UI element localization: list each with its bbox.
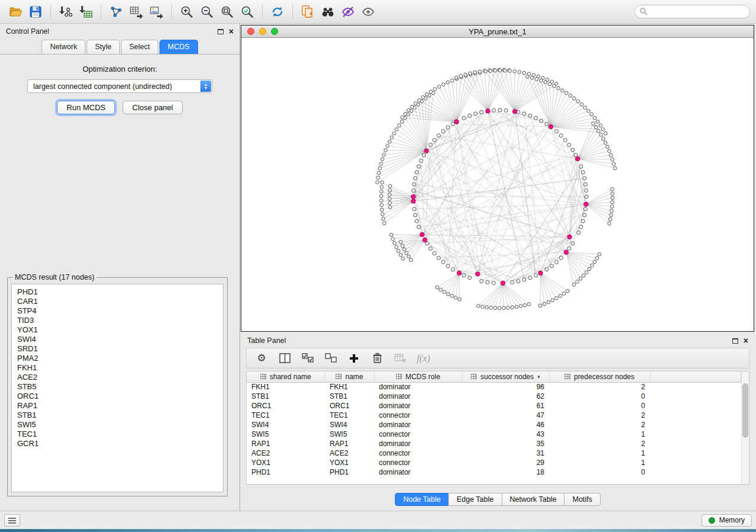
search-binoculars-button[interactable] (318, 2, 337, 21)
table-row[interactable]: PHD1PHD1dominator180 (247, 467, 741, 477)
mcds-result-item[interactable]: SWI4 (17, 335, 218, 344)
close-panel-icon[interactable]: × (744, 338, 748, 344)
table-row[interactable]: RAP1RAP1dominator352 (247, 439, 741, 448)
tab-motifs[interactable]: Motifs (564, 493, 600, 506)
status-menu-button[interactable] (4, 514, 20, 527)
mcds-result-item[interactable]: CAR1 (17, 297, 218, 306)
hide-selected-button[interactable] (339, 2, 358, 21)
new-network-button[interactable] (107, 2, 126, 21)
mcds-result-item[interactable]: SWI5 (17, 420, 218, 430)
mcds-result-item[interactable]: YOX1 (17, 325, 218, 335)
deselect-all-button[interactable] (324, 352, 337, 365)
window-maximize-icon[interactable] (271, 28, 278, 35)
mcds-result-item[interactable]: STP4 (17, 306, 218, 316)
export-image-button[interactable] (147, 2, 166, 21)
network-canvas[interactable] (241, 38, 754, 331)
zoom-out-button[interactable] (197, 2, 216, 21)
mcds-result-item[interactable]: TID3 (17, 316, 218, 325)
table-row[interactable]: SWI5SWI5connector431 (247, 430, 741, 439)
refresh-button[interactable] (268, 2, 287, 21)
mcds-result-item[interactable]: GCR1 (17, 439, 218, 448)
memory-label: Memory (719, 516, 745, 524)
table-row[interactable]: ORC1ORC1dominator610 (247, 401, 741, 411)
open-folder-button[interactable] (6, 2, 25, 21)
table-settings-button[interactable]: ⚙ (255, 352, 268, 365)
mcds-result-title: MCDS result (17 nodes) (12, 273, 97, 281)
tab-edge-table[interactable]: Edge Table (448, 493, 502, 506)
mcds-result-item[interactable]: TEC1 (17, 430, 218, 439)
save-button[interactable] (26, 2, 45, 21)
table-row[interactable]: TEC1TEC1connector472 (247, 411, 741, 420)
zoom-fit-button[interactable] (218, 2, 237, 21)
show-columns-button[interactable] (278, 352, 291, 365)
fx-icon: f(x) (417, 353, 430, 364)
memory-button[interactable]: Memory (701, 514, 752, 527)
gear-icon: ⚙ (257, 352, 266, 364)
delete-table-button[interactable] (394, 352, 407, 365)
zoom-fit-icon (220, 5, 234, 19)
col-successor-nodes[interactable]: successor nodes ▾ (462, 371, 549, 382)
network-window-titlebar: YPA_prune.txt_1 (241, 25, 754, 38)
search-input[interactable] (634, 5, 750, 18)
show-all-button[interactable] (359, 2, 378, 21)
mcds-result-list[interactable]: PHD1CAR1STP4TID3YOX1SWI4SRD1PMA2FKH1ACE2… (11, 284, 224, 492)
run-mcds-button[interactable]: Run MCDS (57, 101, 115, 114)
mcds-result-item[interactable]: ACE2 (17, 373, 218, 382)
mcds-result-item[interactable]: RAP1 (17, 401, 218, 411)
export-table-icon (129, 5, 143, 19)
col-name[interactable]: name (325, 371, 374, 382)
column-grid-icon (336, 374, 342, 379)
mcds-result-item[interactable]: ORC1 (17, 392, 218, 401)
tab-mcds[interactable]: MCDS (160, 40, 198, 54)
close-panel-icon[interactable]: × (229, 28, 234, 34)
network-graph[interactable] (241, 38, 754, 331)
table-row[interactable]: FKH1FKH1dominator962 (247, 382, 741, 392)
col-mcds-role[interactable]: MCDS role (374, 371, 462, 382)
mcds-result-item[interactable]: FKH1 (17, 363, 218, 373)
col-shared-name[interactable]: shared name (247, 371, 325, 382)
zoom-in-button[interactable] (177, 2, 196, 21)
table-row[interactable]: STB1STB1dominator620 (247, 392, 741, 401)
hide-eye-icon (341, 5, 355, 19)
mcds-result-item[interactable]: PMA2 (17, 354, 218, 363)
mcds-result-item[interactable]: STB5 (17, 382, 218, 392)
control-panel: Control Panel × Network Style Select MCD… (0, 24, 240, 511)
float-panel-icon[interactable] (218, 29, 224, 34)
table-row[interactable]: YOX1YOX1connector291 (247, 458, 741, 467)
mcds-result-item[interactable]: PHD1 (17, 287, 218, 297)
criterion-dropdown[interactable]: largest connected component (undirected)… (27, 79, 212, 93)
deselect-all-icon (325, 353, 337, 364)
table-row[interactable]: SWI4SWI4dominator462 (247, 420, 741, 430)
col-predecessor-nodes[interactable]: predecessor nodes (549, 371, 650, 382)
mcds-result-item[interactable]: SRD1 (17, 344, 218, 354)
tab-network-table[interactable]: Network Table (502, 493, 565, 506)
select-all-button[interactable] (301, 352, 314, 365)
float-panel-icon[interactable] (732, 338, 738, 344)
clone-network-button[interactable] (298, 2, 317, 21)
table-scrollbar[interactable] (741, 371, 749, 484)
toolbar-separator (262, 4, 263, 20)
toolbar-separator (50, 4, 51, 20)
close-panel-button[interactable]: Close panel (123, 101, 183, 114)
plus-icon (349, 353, 359, 364)
tab-style[interactable]: Style (87, 40, 120, 54)
delete-column-button[interactable] (371, 352, 384, 365)
toolbar-search (634, 5, 750, 18)
table-panel: Table Panel × ⚙ (240, 334, 755, 511)
window-minimize-icon[interactable] (259, 28, 266, 35)
tab-node-table[interactable]: Node Table (395, 493, 449, 506)
export-table-button[interactable] (127, 2, 146, 21)
function-builder-button[interactable]: f(x) (417, 352, 430, 365)
window-close-icon[interactable] (247, 28, 254, 35)
table-row[interactable]: ACE2ACE2connector311 (247, 448, 741, 458)
mcds-result-item[interactable]: STB1 (17, 411, 218, 420)
tab-network[interactable]: Network (42, 40, 85, 54)
zoom-selected-button[interactable] (238, 2, 257, 21)
scrollbar-thumb[interactable] (742, 383, 748, 438)
add-column-button[interactable] (347, 352, 361, 365)
table-header-row: shared name name MCDS role successor n (247, 371, 741, 382)
import-network-button[interactable] (56, 2, 75, 21)
import-table-button[interactable] (76, 2, 95, 21)
delete-table-icon (394, 354, 407, 363)
tab-select[interactable]: Select (121, 40, 158, 54)
